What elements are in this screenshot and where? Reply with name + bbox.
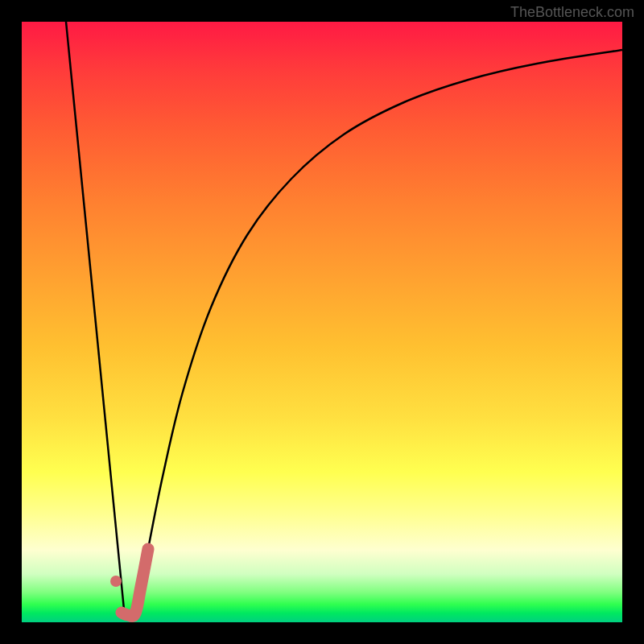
curve-layer [66,22,622,613]
marker-dot [110,576,122,587]
chart-container [22,22,622,622]
series-left-descent [66,22,124,609]
watermark-text: TheBottleneck.com [510,4,634,21]
marker-layer [110,549,148,616]
marker-j-curve [122,549,148,616]
chart-svg [22,22,622,622]
series-right-rising-curve [135,50,622,613]
